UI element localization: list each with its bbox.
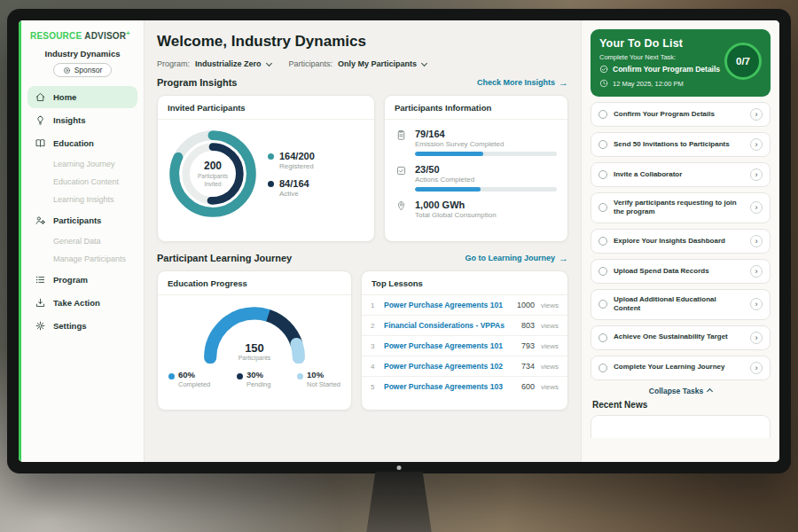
program-select[interactable]: Industrialize Zero: [195, 59, 271, 68]
task-item-invite-collaborator[interactable]: Invite a Collaborator ›: [591, 162, 771, 187]
sidebar-item-manage-participants[interactable]: Manage Participants: [27, 250, 137, 268]
task-checkbox[interactable]: [598, 237, 607, 246]
participants-select[interactable]: Only My Participants: [338, 59, 426, 68]
sidebar-item-program[interactable]: Program: [27, 269, 137, 291]
collapse-tasks-link[interactable]: Collapse Tasks: [591, 387, 771, 395]
lesson-row: 5 Power Purchase Agreements 103 600 view…: [362, 377, 567, 396]
lesson-link[interactable]: Power Purchase Agreements 101: [384, 301, 511, 309]
task-label: Send 50 Invitations to Participants: [614, 140, 744, 149]
task-item-explore-insights[interactable]: Explore Your Insights Dashboard ›: [591, 229, 771, 254]
sidebar-item-label: Home: [53, 92, 76, 102]
task-checkbox[interactable]: [598, 203, 607, 212]
learning-journey-header: Participant Learning Journey Go to Learn…: [157, 253, 568, 263]
check-more-insights-link[interactable]: Check More Insights →: [477, 77, 568, 88]
home-icon: [35, 91, 46, 103]
logo-advisor: ADVISOR: [84, 31, 126, 41]
lesson-link[interactable]: Financial Considerations - VPPAs: [384, 321, 515, 330]
metric-label: Actions Completed: [415, 176, 557, 184]
task-label: Upload Spend Data Records: [614, 267, 744, 276]
todo-due-label: 12 May 2025, 12:00 PM: [613, 80, 684, 88]
page-title: Welcome, Industry Dynamics: [157, 33, 568, 51]
sidebar: RESOURCEADVISOR+ Industry Dynamics Spons…: [19, 20, 145, 462]
task-item-verify-participants[interactable]: Verify participants requesting to join t…: [591, 192, 771, 223]
sidebar-item-education-content[interactable]: Education Content: [27, 173, 137, 191]
lesson-link[interactable]: Power Purchase Agreements 103: [384, 382, 515, 391]
task-checkbox[interactable]: [598, 170, 607, 179]
legend-dot-registered: [268, 153, 274, 160]
progress-track: [415, 152, 557, 156]
todo-progress-value: 0/7: [736, 56, 750, 66]
section-title-learning-journey: Participant Learning Journey: [157, 253, 292, 263]
sidebar-item-education[interactable]: Education: [27, 132, 137, 154]
task-list: Confirm Your Program Details › Send 50 I…: [591, 102, 771, 380]
lesson-link[interactable]: Power Purchase Agreements 102: [384, 362, 515, 371]
lesson-row: 2 Financial Considerations - VPPAs 803 v…: [362, 316, 567, 336]
task-checkbox[interactable]: [598, 140, 607, 149]
sidebar-item-home[interactable]: Home: [27, 86, 137, 108]
sidebar-item-label: Education: [53, 138, 94, 148]
chevron-right-icon[interactable]: ›: [750, 298, 763, 310]
registered-value: 164/200: [279, 151, 315, 161]
task-checkbox[interactable]: [598, 333, 607, 342]
sidebar-item-take-action[interactable]: Take Action: [27, 292, 137, 314]
chevron-right-icon[interactable]: ›: [750, 201, 763, 214]
people-gear-icon: [35, 215, 46, 226]
metric-value: 79/164: [415, 129, 557, 139]
card-title: Participants Information: [385, 96, 567, 120]
program-select-value: Industrialize Zero: [195, 59, 262, 68]
checklist-icon: [395, 164, 407, 192]
legend-dot-not-started: [297, 373, 303, 379]
task-checkbox[interactable]: [598, 110, 607, 119]
task-label: Achieve One Sustainability Target: [614, 332, 744, 341]
gauge-center-label: Participants: [197, 355, 312, 361]
go-to-learning-journey-link[interactable]: Go to Learning Journey →: [465, 253, 568, 263]
task-item-send-invitations[interactable]: Send 50 Invitations to Participants ›: [591, 132, 771, 157]
sidebar-item-participants[interactable]: Participants: [27, 209, 137, 231]
participants-select-value: Only My Participants: [338, 59, 417, 68]
legend-active: 84/164 Active: [268, 178, 315, 198]
legend-dot-active: [268, 181, 274, 187]
metric-value: 1,000 GWh: [415, 200, 557, 210]
chevron-right-icon[interactable]: ›: [750, 168, 763, 181]
chevron-down-icon: [265, 59, 271, 66]
logo-resource: RESOURCE: [30, 31, 82, 41]
lesson-views-label: views: [541, 342, 559, 350]
todo-next-task-label: Confirm Your Program Details: [613, 65, 720, 74]
sponsor-badge[interactable]: Sponsor: [53, 63, 113, 77]
survey-icon: [395, 129, 407, 156]
task-item-achieve-target[interactable]: Achieve One Sustainability Target ›: [591, 325, 771, 350]
lesson-views-label: views: [541, 363, 559, 371]
logo-plus: +: [126, 29, 130, 37]
todo-progress-ring: 0/7: [724, 43, 762, 80]
chevron-right-icon[interactable]: ›: [750, 332, 763, 344]
task-item-upload-educational-content[interactable]: Upload Additional Educational Content ›: [591, 289, 771, 320]
participants-filter-label: Participants:: [289, 59, 333, 68]
task-checkbox[interactable]: [598, 267, 607, 276]
lesson-views: 734: [521, 362, 535, 371]
lesson-row: 4 Power Purchase Agreements 102 734 view…: [362, 356, 567, 377]
sidebar-item-learning-journey[interactable]: Learning Journey: [27, 155, 137, 173]
link-label: Check More Insights: [477, 78, 555, 87]
task-item-confirm-program[interactable]: Confirm Your Program Details ›: [591, 102, 771, 127]
task-item-complete-learning-journey[interactable]: Complete Your Learning Journey ›: [591, 356, 771, 380]
chevron-right-icon[interactable]: ›: [750, 265, 763, 278]
todo-panel: Your To Do List Complete Your Next Task:…: [581, 20, 779, 462]
task-checkbox[interactable]: [598, 300, 607, 309]
sidebar-item-general-data[interactable]: General Data: [27, 232, 137, 250]
invited-participants-card: Invited Participants 200 Partic: [157, 95, 375, 242]
lesson-views-label: views: [541, 322, 559, 330]
task-checkbox[interactable]: [598, 364, 607, 372]
chevron-right-icon[interactable]: ›: [750, 235, 763, 247]
chevron-right-icon[interactable]: ›: [750, 108, 763, 121]
todo-subtitle: Complete Your Next Task:: [599, 53, 719, 61]
chevron-right-icon[interactable]: ›: [750, 362, 763, 374]
chevron-right-icon[interactable]: ›: [750, 138, 763, 151]
lesson-row: 1 Power Purchase Agreements 101 1000 vie…: [362, 295, 567, 316]
legend-label: Pending: [246, 380, 271, 388]
sidebar-item-learning-insights[interactable]: Learning Insights: [27, 191, 137, 208]
lesson-link[interactable]: Power Purchase Agreements 101: [384, 341, 515, 350]
task-item-upload-spend-data[interactable]: Upload Spend Data Records ›: [591, 259, 771, 284]
task-label: Upload Additional Educational Content: [614, 295, 744, 314]
sidebar-item-insights[interactable]: Insights: [27, 109, 137, 131]
sidebar-item-settings[interactable]: Settings: [27, 315, 137, 337]
